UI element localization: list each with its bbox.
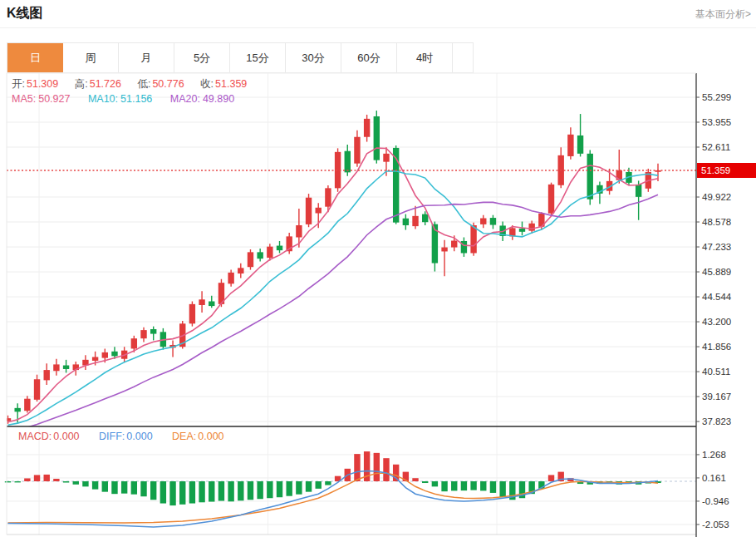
ma20-label: MA20: [170,93,200,105]
macd-bar [92,481,98,490]
macd-bar [24,478,30,481]
ohlc-info-row: 开:51.309 高:51.726 低:50.776 收:51.359 [12,77,260,91]
candle [267,247,272,258]
high-value: 51.726 [90,78,121,90]
macd-bar [102,481,108,492]
candle [519,229,525,232]
candle [422,214,428,223]
candle [567,135,573,156]
kline-page: K线图 基本面分析> 日 周 月 5分 15分 30分 60分 4时 55.29… [0,0,756,537]
candle [150,329,156,334]
macd-bar [451,481,457,490]
macd-bar [316,481,322,489]
macd-bar [160,481,166,504]
macd-bar [248,481,253,500]
y-axis-label: 0.161 [702,473,726,483]
y-axis-label: 47.233 [702,242,731,252]
macd-bar [499,481,505,497]
candle [354,137,360,164]
candle [24,399,30,411]
ma10-value: 51.156 [120,93,152,105]
y-axis-label: -0.946 [702,496,729,506]
open-label: 开: [12,78,25,90]
macd-bar [461,481,467,490]
macd-bar [267,481,272,498]
y-axis-label: 52.611 [702,142,730,152]
macd-bar [131,481,137,495]
ma20-value: 49.890 [203,93,234,105]
candle [257,252,263,259]
dea-value: 0.000 [198,431,223,442]
macd-bar [441,481,447,491]
diff-line [8,470,659,527]
candle [111,352,117,357]
candle [316,208,322,214]
macd-bar [470,481,476,490]
candle [403,219,409,225]
macd-bar [34,475,40,481]
candle [53,364,59,371]
macd-bar [548,475,554,481]
candle [131,338,137,348]
macd-bar [238,481,243,500]
macd-bar [306,481,312,492]
macd-bar [277,481,282,497]
macd-bar [257,481,263,499]
ma20-line [8,195,659,431]
ma10-line [8,171,659,426]
dea-label: DEA: [172,431,196,442]
candle [325,188,331,206]
candle [451,241,457,248]
macd-bar [296,481,302,495]
current-price-tag: 51.359 [697,163,756,178]
candle [587,154,593,200]
ma5-value: 50.927 [38,93,70,105]
macd-bar [82,481,88,486]
macd-bar [480,481,486,490]
macd-bar [374,453,380,481]
candle [238,268,243,273]
macd-bar [228,481,233,501]
candle [140,330,146,338]
macd-bar [140,481,146,496]
macd-bar [383,458,389,481]
candle [189,304,195,323]
candle [528,224,534,231]
macd-bar [432,481,438,486]
macd-bar [325,481,331,485]
y-axis-label: 53.955 [702,117,731,127]
y-axis-label: 41.856 [702,342,731,352]
macd-bar [179,481,185,505]
ma5-line [8,148,659,422]
macd-bar [14,481,20,482]
y-axis-label: 43.200 [702,317,731,327]
close-label: 收: [200,78,214,90]
macd-bar [422,481,428,483]
y-axis-label: -2.053 [702,520,729,530]
macd-bar [5,481,11,482]
close-value: 51.359 [215,78,247,90]
candle [490,218,496,224]
candle [480,219,486,224]
open-value: 51.309 [27,78,58,90]
candle [5,418,11,421]
low-value: 50.776 [152,78,184,90]
candle [14,408,20,411]
diff-value: 0.000 [126,431,152,442]
y-axis-label: 55.299 [702,92,731,102]
macd-bar [189,481,195,504]
y-axis-label: 48.578 [702,217,731,227]
macd-bar [53,479,59,481]
macd-bar [73,481,79,485]
y-axis-label: 1.268 [702,450,726,460]
y-axis-label: 45.889 [702,267,731,277]
macd-bar [218,481,224,501]
candle [306,198,312,224]
ma10-label: MA10: [88,93,118,105]
candle [199,299,204,305]
candle [364,119,370,137]
y-axis-label: 49.922 [702,192,731,202]
macd-bar [63,481,69,483]
macd-value: 0.000 [53,431,79,442]
candle [441,248,447,252]
